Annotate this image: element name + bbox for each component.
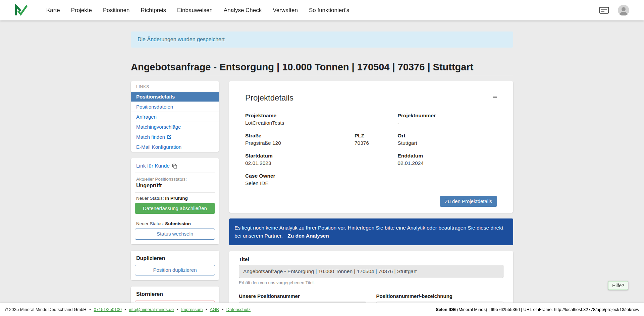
sidebar-item-anfragen[interactable]: Anfragen xyxy=(131,112,219,122)
field-label: Straße xyxy=(245,133,355,139)
footer-left: © 2025 Mineral Minds Deutschland GmbH • … xyxy=(5,307,251,312)
duplicate-card: Duplizieren Position duplizieren xyxy=(131,251,219,280)
sidebar-item-match-finden[interactable]: Match finden xyxy=(131,132,219,142)
session-info: Selen IDE (Mineral Minds) | 69576255536d… xyxy=(436,307,639,312)
field-startdatum: Startdatum 02.01.2023 xyxy=(245,153,355,166)
external-link-icon xyxy=(167,135,171,139)
field-projektnummer: Projektnummer - xyxy=(397,113,497,126)
navbar: Karte Projekte Positionen Richtpreis Ein… xyxy=(0,0,644,20)
links-card: LINKS Positionsdetails Positionsdateien … xyxy=(131,81,219,152)
status-card: Link für Kunde Aktueller Positionsstatus… xyxy=(131,158,219,244)
session-details: (Mineral Minds) | 69576255536d | URL of … xyxy=(457,307,639,312)
sidebar-item-positionsdateien[interactable]: Positionsdateien xyxy=(131,102,219,112)
project-row: Case Owner Selen IDE xyxy=(245,170,497,190)
duplicate-title: Duplizieren xyxy=(136,255,214,261)
server-icon-glyph xyxy=(599,7,609,14)
switch-status-button[interactable]: Status wechseln xyxy=(135,229,215,239)
field-label: Ort xyxy=(397,133,497,139)
customer-link-label: Link für Kunde xyxy=(136,163,170,169)
field-label: Projektnummer xyxy=(397,113,497,119)
page-container: Die Änderungen wurden gespeichert Angebo… xyxy=(131,0,513,316)
page-title: Angebotsanfrage - Entsorgung | 10.000 To… xyxy=(131,62,513,73)
mineral-minds-logo[interactable] xyxy=(15,4,28,16)
nav-item-so-funktionierts[interactable]: So funktioniert's xyxy=(309,7,349,14)
help-button[interactable]: Hilfe? xyxy=(608,281,628,290)
copy-icon xyxy=(172,164,177,169)
project-row: Startdatum 02.01.2023 Enddatum 02.01.202… xyxy=(245,150,497,170)
field-strasse: Straße Pragstraße 120 xyxy=(245,133,355,146)
customer-link[interactable]: Link für Kunde xyxy=(136,163,177,169)
nav-item-positionen[interactable]: Positionen xyxy=(103,7,129,14)
logo-m-check-icon xyxy=(15,4,28,16)
nav-item-projekte[interactable]: Projekte xyxy=(71,7,92,14)
nav-item-karte[interactable]: Karte xyxy=(46,7,60,14)
links-header: LINKS xyxy=(131,81,219,91)
titel-label: Titel xyxy=(239,256,503,262)
separator: • xyxy=(124,307,126,312)
field-label: Case Owner xyxy=(245,173,355,179)
field-label: PLZ xyxy=(355,133,397,139)
duplicate-position-button[interactable]: Position duplizieren xyxy=(135,265,215,275)
field-value: Selen IDE xyxy=(245,180,355,186)
current-status-value: Ungeprüft xyxy=(136,183,214,189)
analytics-banner: Es liegt noch keine Analytik zu Ihrer Po… xyxy=(229,218,513,245)
banner-text: Es liegt noch keine Analytik zu Ihrer Po… xyxy=(234,225,503,239)
project-details-title: Projektdetails xyxy=(245,93,293,103)
divider xyxy=(135,218,215,218)
cancel-title: Stornieren xyxy=(136,291,214,297)
project-details-button[interactable]: Zu den Projektdetails xyxy=(440,196,497,207)
new-status-2-prefix: Neuer Status: xyxy=(136,221,164,226)
current-status-label: Aktueller Positionsstatus: xyxy=(136,177,214,182)
sidebar-item-positionsdetails[interactable]: Positionsdetails xyxy=(131,91,219,102)
nav-item-verwalten[interactable]: Verwalten xyxy=(273,7,298,14)
server-icon[interactable] xyxy=(599,7,609,14)
field-plz: PLZ 70376 xyxy=(355,133,397,146)
user-avatar[interactable] xyxy=(618,5,629,16)
customer-link-row: Link für Kunde xyxy=(135,162,215,173)
footer-phone-link[interactable]: 07151/250100 xyxy=(94,307,122,312)
collapse-button[interactable]: – xyxy=(493,93,497,100)
sidebar-item-matchingvorschlaege[interactable]: Matchingvorschläge xyxy=(131,122,219,132)
success-alert: Die Änderungen wurden gespeichert xyxy=(131,31,513,48)
new-status-2-value: Submission xyxy=(165,221,191,226)
project-actions: Zu den Projektdetails xyxy=(245,190,497,207)
separator: • xyxy=(222,307,224,312)
separator: • xyxy=(206,307,207,312)
titel-helper: Erhält den von uns vorgegebenen Titel. xyxy=(239,280,503,285)
match-finden-label: Match finden xyxy=(136,134,165,140)
nav-item-richtpreis[interactable]: Richtpreis xyxy=(141,7,166,14)
project-details-card: Projektdetails – Projektname LotCreation… xyxy=(229,81,513,213)
unsere-positionsnummer-label: Unsere Positionsnummer xyxy=(239,293,366,299)
main-nav: Karte Projekte Positionen Richtpreis Ein… xyxy=(46,7,349,14)
field-enddatum: Enddatum 02.01.2024 xyxy=(397,153,497,166)
project-row: Projektname LotCreationTests Projektnumm… xyxy=(245,110,497,130)
field-label: Enddatum xyxy=(397,153,497,159)
main-column: Projektdetails – Projektname LotCreation… xyxy=(229,81,513,316)
analytics-link[interactable]: Zu den Analysen xyxy=(287,233,329,239)
project-details-header: Projektdetails – xyxy=(245,93,497,103)
footer-datenschutz-link[interactable]: Datenschutz xyxy=(226,307,251,312)
field-label: Startdatum xyxy=(245,153,355,159)
sidebar-item-email-konfiguration[interactable]: E-Mail Konfiguration xyxy=(131,142,219,152)
nav-item-analyse-check[interactable]: Analyse Check xyxy=(224,7,262,14)
new-status-1-prefix: Neuer Status: xyxy=(136,196,164,201)
footer-email-link[interactable]: info@mineral-minds.de xyxy=(129,307,174,312)
field-value: Stuttgart xyxy=(397,140,497,146)
footer-agb-link[interactable]: AGB xyxy=(210,307,219,312)
field-value: 02.01.2023 xyxy=(245,160,355,166)
footer-impressum-link[interactable]: Impressum xyxy=(181,307,203,312)
nav-item-einbauweisen[interactable]: Einbauweisen xyxy=(177,7,213,14)
field-value: Pragstraße 120 xyxy=(245,140,355,146)
field-value: 02.01.2024 xyxy=(397,160,497,166)
alert-message: Die Änderungen wurden gespeichert xyxy=(138,37,225,42)
new-status-1: Neuer Status: In Prüfung xyxy=(136,196,214,201)
session-user: Selen IDE xyxy=(436,307,456,312)
field-case-owner: Case Owner Selen IDE xyxy=(245,173,355,186)
positionsnummer-label: Positionsnummer/-bezeichnung xyxy=(376,293,504,299)
complete-data-entry-button[interactable]: Datenerfassung abschließen xyxy=(135,203,215,214)
user-avatar-icon xyxy=(618,5,629,16)
titel-input xyxy=(239,265,503,278)
field-value: 70376 xyxy=(355,140,397,146)
titel-field: Titel Erhält den von uns vorgegebenen Ti… xyxy=(239,256,503,285)
copyright: © 2025 Mineral Minds Deutschland GmbH xyxy=(5,307,87,312)
